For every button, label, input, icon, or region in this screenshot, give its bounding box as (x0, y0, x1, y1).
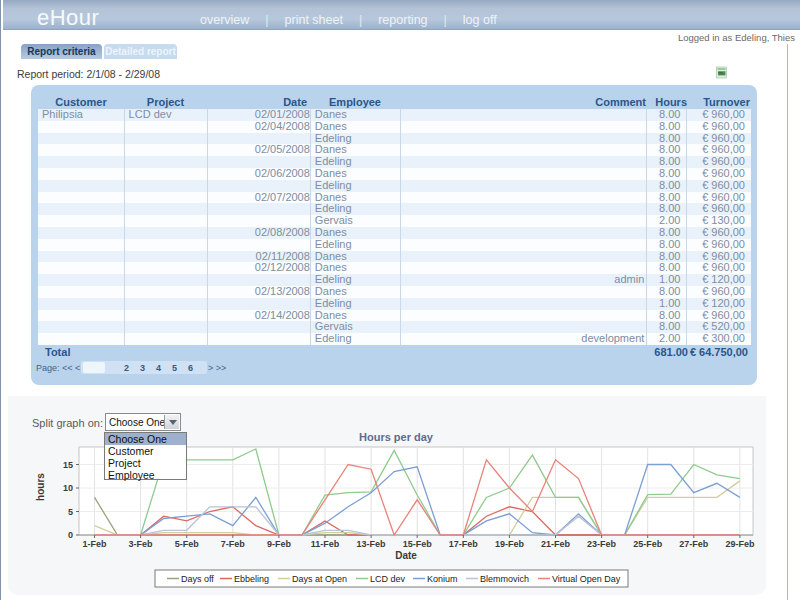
svg-text:Days at Open: Days at Open (292, 574, 347, 584)
svg-text:Hours per day: Hours per day (359, 431, 434, 443)
svg-text:7-Feb: 7-Feb (221, 539, 246, 549)
svg-text:21-Feb: 21-Feb (541, 539, 571, 549)
svg-text:Konium: Konium (427, 574, 458, 584)
svg-text:29-Feb: 29-Feb (725, 539, 755, 549)
svg-text:Days off: Days off (181, 574, 214, 584)
svg-text:19-Feb: 19-Feb (495, 539, 525, 549)
svg-text:23-Feb: 23-Feb (587, 539, 617, 549)
svg-text:3-Feb: 3-Feb (129, 539, 154, 549)
svg-text:Ebbeling: Ebbeling (234, 574, 269, 584)
svg-text:Blemmovich: Blemmovich (480, 574, 529, 584)
svg-text:27-Feb: 27-Feb (679, 539, 709, 549)
svg-text:5: 5 (68, 507, 73, 517)
svg-text:15: 15 (63, 460, 73, 470)
svg-text:11-Feb: 11-Feb (311, 539, 340, 549)
svg-text:0: 0 (68, 530, 73, 540)
svg-text:25-Feb: 25-Feb (633, 539, 663, 549)
svg-text:10: 10 (63, 483, 73, 493)
svg-text:LCD dev: LCD dev (370, 574, 406, 584)
svg-text:5-Feb: 5-Feb (175, 539, 200, 549)
svg-text:17-Feb: 17-Feb (449, 539, 479, 549)
svg-text:13-Feb: 13-Feb (357, 539, 387, 549)
svg-text:Virtual Open Day: Virtual Open Day (552, 574, 621, 584)
svg-text:9-Feb: 9-Feb (267, 539, 292, 549)
svg-text:15-Feb: 15-Feb (403, 539, 433, 549)
svg-text:Date: Date (395, 550, 417, 561)
svg-text:hours: hours (35, 473, 46, 501)
svg-text:1-Feb: 1-Feb (82, 539, 107, 549)
